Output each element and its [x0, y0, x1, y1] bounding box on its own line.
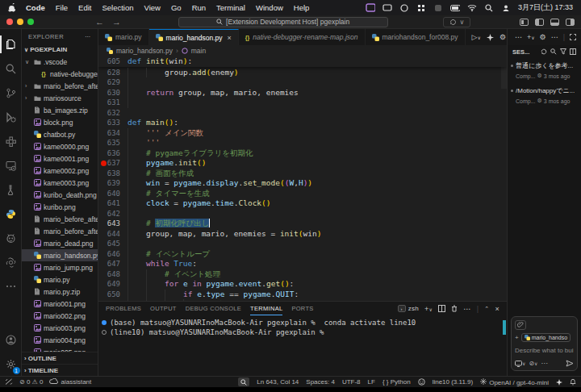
line-number[interactable]: 605: [98, 56, 127, 67]
file-item-mario.py.zip[interactable]: mario.py.zip: [22, 286, 98, 298]
maximize-panel-button[interactable]: ⌃: [484, 306, 489, 312]
code-line-651[interactable]: 651# 閉じる: [98, 299, 507, 301]
code-line-647[interactable]: 647while True:: [98, 259, 507, 269]
file-item-mario_before_after_...[interactable]: mario_before_after_...: [22, 213, 98, 225]
file-item-mario_jump.png[interactable]: mario_jump.png: [22, 261, 98, 273]
command-decoration-icon[interactable]: [102, 330, 107, 335]
run-python-file-button[interactable]: ▷∨: [472, 33, 481, 41]
code-line-631[interactable]: 631: [98, 98, 507, 108]
file-item-.vscode[interactable]: ∨.vscode: [22, 56, 98, 68]
command-decoration-icon[interactable]: [102, 320, 107, 325]
minimize-window-button[interactable]: [17, 19, 23, 25]
activity-remote-explorer-icon[interactable]: [0, 153, 22, 177]
send-message-icon[interactable]: [566, 360, 574, 367]
line-number[interactable]: 644: [98, 229, 127, 240]
apple-logo-icon[interactable]: [8, 3, 15, 12]
screencast-zoom-icon[interactable]: [238, 377, 249, 386]
menu-edit[interactable]: Edit: [78, 3, 91, 12]
line-number[interactable]: 635: [98, 138, 127, 148]
layout-dropdown-button[interactable]: ∨: [443, 17, 470, 27]
line-number[interactable]: 651: [98, 299, 127, 301]
remote-indicator-icon[interactable]: [5, 378, 13, 386]
line-number[interactable]: 628: [98, 68, 127, 78]
do-not-disturb-icon[interactable]: [399, 4, 409, 12]
terminal[interactable]: (base) matsuo@YASUNARInoMacBook-Air pgex…: [98, 315, 507, 376]
eol-status[interactable]: LF: [368, 378, 375, 386]
indentation-status[interactable]: Spaces: 4: [306, 378, 335, 386]
code-line-640[interactable]: 640# タイマーを生成: [98, 189, 507, 199]
wifi-icon[interactable]: [467, 4, 477, 12]
menu-go[interactable]: Go: [171, 3, 182, 12]
activity-explorer-icon[interactable]: [0, 32, 22, 56]
code-line-630[interactable]: 630return group, map, mario, enemies: [98, 88, 507, 98]
mode-select-icon[interactable]: ∨: [515, 361, 525, 367]
activity-bug-extension-icon[interactable]: [0, 226, 22, 250]
panel-tab-ports[interactable]: PORTS: [291, 302, 313, 315]
panel-tab-terminal[interactable]: TERMINAL: [250, 302, 282, 315]
chat-input-placeholder[interactable]: Describe what to bui: [515, 347, 574, 354]
chat-overflow-icon[interactable]: ⋯: [551, 33, 558, 41]
terminal-scrollbar[interactable]: [503, 320, 506, 335]
activity-settings-icon[interactable]: 1: [0, 352, 22, 376]
sidebar-section-outline[interactable]: ›OUTLINE: [22, 352, 98, 364]
menu-run[interactable]: Run: [192, 3, 206, 12]
breakpoint-icon[interactable]: [101, 161, 107, 166]
code-line-645[interactable]: 645: [98, 239, 507, 249]
session-item[interactable]: 普通に歩くを参考...Comp...⚙3 mos ago: [511, 61, 581, 79]
line-number[interactable]: 640: [98, 189, 127, 199]
menu-terminal[interactable]: Terminal: [216, 3, 245, 12]
tab-mariohandson_for008.py[interactable]: mariohandson_for008.py: [366, 29, 466, 45]
problems-status[interactable]: ⊘ 0 ⚠ 0: [19, 378, 43, 386]
file-item-kuribo.png[interactable]: kuribo.png: [22, 201, 98, 213]
activity-testing-icon[interactable]: [0, 177, 22, 202]
menu-help[interactable]: Help: [294, 3, 310, 12]
session-title[interactable]: 普通に歩くを参考...: [516, 61, 573, 70]
extension-action-icon[interactable]: ⚙: [499, 33, 506, 41]
model-select-icon[interactable]: ⊘∨: [529, 360, 537, 367]
sparkle-icon[interactable]: [487, 34, 494, 41]
code-line-632[interactable]: 632: [98, 108, 507, 119]
line-number[interactable]: 645: [98, 239, 127, 249]
activity-search-icon[interactable]: [0, 56, 22, 81]
maximize-window-button[interactable]: [27, 19, 34, 25]
menu-file[interactable]: File: [56, 3, 68, 12]
refresh-sessions-icon[interactable]: [541, 48, 547, 55]
tab-native-debugger-rename-map.json[interactable]: {}native-debugger-rename-map.json: [239, 29, 366, 45]
code-line-641[interactable]: 641clock = pygame.time.Clock(): [98, 198, 507, 209]
file-item-mario002.png[interactable]: mario002.png: [22, 310, 98, 322]
input-grid-icon[interactable]: [416, 4, 426, 12]
screen-mirror-icon[interactable]: [366, 4, 375, 12]
tab-mario_handson.py[interactable]: mario_handson.py×: [149, 29, 239, 45]
nav-forward-button[interactable]: →: [112, 17, 121, 27]
line-number[interactable]: 630: [98, 88, 127, 98]
code-line-637[interactable]: 637pygame.init(): [98, 158, 507, 169]
panel-tab-output[interactable]: OUTPUT: [150, 302, 177, 315]
activity-more-icon[interactable]: [0, 274, 22, 298]
line-number[interactable]: 643: [98, 219, 127, 229]
menu-view[interactable]: View: [144, 3, 161, 12]
workspace-root[interactable]: ∨ PGEXPLAIN: [22, 44, 98, 56]
line-number[interactable]: 634: [98, 128, 127, 139]
close-panel-button[interactable]: ×: [495, 305, 499, 313]
user-switch-icon[interactable]: [501, 4, 511, 12]
line-number[interactable]: 632: [98, 108, 127, 119]
line-number[interactable]: 641: [98, 198, 127, 209]
notifications-bell-icon[interactable]: [570, 378, 576, 386]
code-line-644[interactable]: 644group, map, mario, enemies = init(win…: [98, 229, 507, 240]
sidebar-section-timeline[interactable]: ›TIMELINE: [22, 364, 98, 376]
filter-sessions-icon[interactable]: [560, 48, 566, 55]
code-line-635[interactable]: 635''': [98, 138, 507, 148]
spotlight-icon[interactable]: [484, 4, 494, 12]
file-item-chatbot.py[interactable]: chatbot.py: [22, 128, 98, 140]
attach-file-icon[interactable]: [515, 320, 526, 330]
menu-selection[interactable]: Selection: [102, 3, 133, 12]
aiassistant-status[interactable]: aiassistant: [49, 378, 91, 386]
line-number[interactable]: 639: [98, 178, 127, 189]
file-item-mario004.png[interactable]: mario004.png: [22, 334, 98, 346]
menu-code[interactable]: Code: [26, 3, 45, 12]
code-editor[interactable]: 605def init(win):628group.add(enemy)6296…: [98, 56, 507, 301]
file-item-mario003.png[interactable]: mario003.png: [22, 322, 98, 334]
nav-back-button[interactable]: ←: [95, 17, 104, 27]
expand-panel-icon[interactable]: [570, 34, 576, 40]
search-sessions-icon[interactable]: [550, 48, 557, 55]
